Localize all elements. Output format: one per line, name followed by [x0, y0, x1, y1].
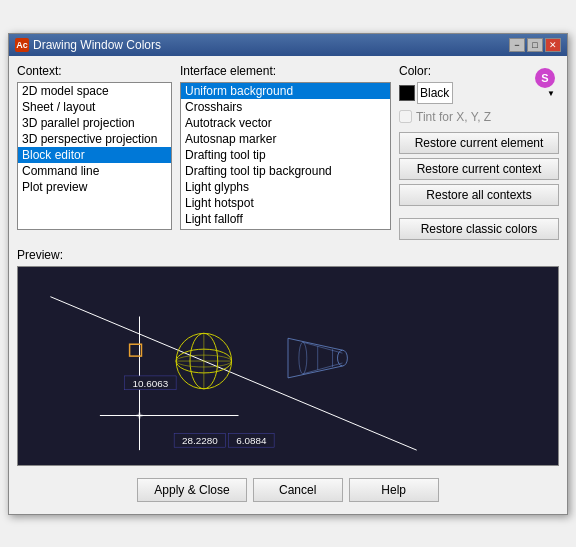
maximize-button[interactable]: □ [527, 38, 543, 52]
context-item-3d-parallel[interactable]: 3D parallel projection [18, 115, 171, 131]
svg-line-6 [288, 338, 342, 350]
restore-current-context-button[interactable]: Restore current context [399, 158, 559, 180]
titlebar-controls: − □ ✕ [509, 38, 561, 52]
apply-close-button[interactable]: Apply & Close [137, 478, 246, 502]
context-label: Context: [17, 64, 172, 78]
preview-globe [176, 333, 231, 388]
color-swatch [399, 85, 415, 101]
minimize-button[interactable]: − [509, 38, 525, 52]
preview-label: Preview: [17, 248, 559, 262]
context-item-3d-perspective[interactable]: 3D perspective projection [18, 131, 171, 147]
interface-item-autosnap[interactable]: Autosnap marker [181, 131, 390, 147]
interface-item-light-falloff[interactable]: Light falloff [181, 211, 390, 227]
restore-all-contexts-button[interactable]: Restore all contexts [399, 184, 559, 206]
context-item-plot-preview[interactable]: Plot preview [18, 179, 171, 195]
interface-item-drafting-tip-bg[interactable]: Drafting tool tip background [181, 163, 390, 179]
svg-point-9 [338, 350, 348, 366]
footer-buttons: Apply & Close Cancel Help [17, 474, 559, 506]
context-panel: Context: 2D model space Sheet / layout 3… [17, 64, 172, 240]
close-button[interactable]: ✕ [545, 38, 561, 52]
preview-svg: 10.6063 28.2280 6.0884 [18, 267, 558, 465]
dim-label-3: 6.0884 [236, 435, 267, 446]
cancel-button[interactable]: Cancel [253, 478, 343, 502]
preview-box: 10.6063 28.2280 6.0884 [17, 266, 559, 466]
svg-line-10 [303, 342, 343, 353]
interface-item-drafting-tip[interactable]: Drafting tool tip [181, 147, 390, 163]
interface-panel: Interface element: Uniform background Cr… [180, 64, 391, 240]
help-button[interactable]: Help [349, 478, 439, 502]
dim-label-1: 10.6063 [133, 377, 169, 388]
interface-item-light-hotspot[interactable]: Light hotspot [181, 195, 390, 211]
drawing-window-colors-dialog: Ac Drawing Window Colors − □ ✕ Context: … [8, 33, 568, 515]
preview-section: Preview: [17, 248, 559, 466]
context-item-block-editor[interactable]: Block editor [18, 147, 171, 163]
app-icon: Ac [15, 38, 29, 52]
titlebar: Ac Drawing Window Colors − □ ✕ [9, 34, 567, 56]
top-section: Context: 2D model space Sheet / layout 3… [17, 64, 559, 240]
color-dropdown[interactable]: Black [417, 82, 453, 104]
restore-current-element-button[interactable]: Restore current element [399, 132, 559, 154]
window-title: Drawing Window Colors [33, 38, 161, 52]
svg-line-7 [288, 366, 342, 378]
interface-item-crosshairs[interactable]: Crosshairs [181, 99, 390, 115]
tint-checkbox-row: Tint for X, Y, Z [399, 110, 559, 124]
tint-checkbox[interactable] [399, 110, 412, 123]
preview-diagonal-line [50, 296, 416, 449]
svg-line-11 [303, 363, 343, 374]
titlebar-left: Ac Drawing Window Colors [15, 38, 161, 52]
tint-label: Tint for X, Y, Z [416, 110, 491, 124]
color-selector-row: Black [399, 82, 559, 104]
interface-list[interactable]: Uniform background Crosshairs Autotrack … [180, 82, 391, 230]
interface-item-light-start[interactable]: Light start limit [181, 227, 390, 230]
dim-label-2: 28.2280 [182, 435, 218, 446]
preview-speaker [288, 338, 347, 378]
context-item-sheet[interactable]: Sheet / layout [18, 99, 171, 115]
interface-item-light-glyphs[interactable]: Light glyphs [181, 179, 390, 195]
restore-classic-colors-button[interactable]: Restore classic colors [399, 218, 559, 240]
svg-point-14 [299, 342, 307, 374]
color-panel: S Color: Black Tint for X, Y, Z Restore … [399, 64, 559, 240]
interface-item-uniform-bg[interactable]: Uniform background [181, 83, 390, 99]
interface-label: Interface element: [180, 64, 391, 78]
context-list[interactable]: 2D model space Sheet / layout 3D paralle… [17, 82, 172, 230]
dialog-content: Context: 2D model space Sheet / layout 3… [9, 56, 567, 514]
context-item-2d-model[interactable]: 2D model space [18, 83, 171, 99]
context-item-command-line[interactable]: Command line [18, 163, 171, 179]
restore-buttons: Restore current element Restore current … [399, 132, 559, 240]
interface-item-autotrack[interactable]: Autotrack vector [181, 115, 390, 131]
color-dropdown-wrapper: Black [417, 82, 559, 104]
